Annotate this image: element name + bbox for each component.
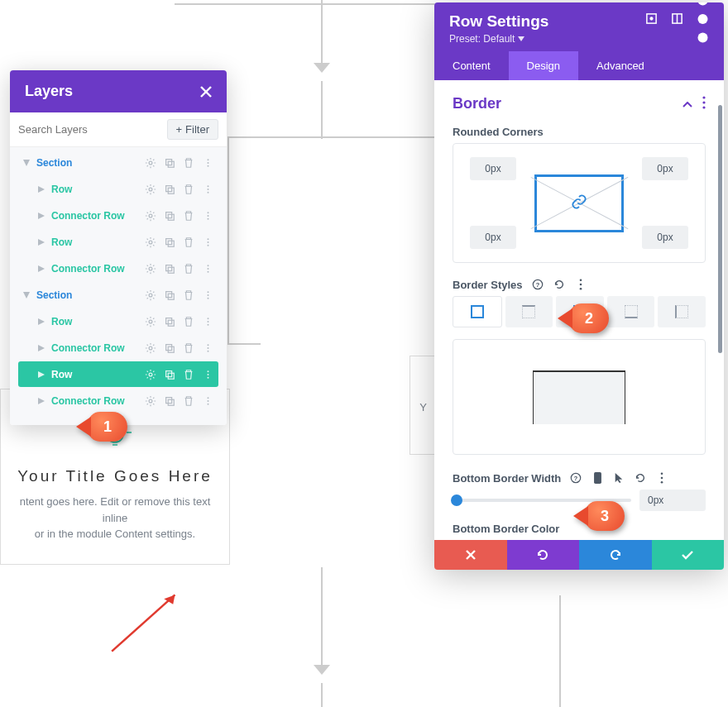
trash-icon[interactable]	[183, 157, 194, 169]
section-title-border[interactable]: Border	[453, 95, 501, 112]
layer-row[interactable]: Connector Row	[18, 256, 218, 281]
corner-top-left[interactable]: 0px	[470, 157, 516, 180]
more-icon[interactable]	[202, 236, 213, 248]
svg-point-57	[207, 321, 208, 322]
duplicate-icon[interactable]	[164, 210, 175, 222]
settings-gear-icon[interactable]	[145, 289, 156, 301]
caret-icon[interactable]	[38, 371, 46, 378]
help-icon[interactable]: ?	[569, 471, 582, 485]
caret-icon[interactable]	[38, 345, 46, 351]
duplicate-icon[interactable]	[164, 263, 175, 275]
duplicate-icon[interactable]	[164, 289, 175, 301]
duplicate-icon[interactable]	[164, 184, 175, 195]
chevron-up-icon[interactable]	[682, 97, 692, 112]
expand-icon[interactable]	[645, 12, 658, 25]
trash-icon[interactable]	[183, 316, 194, 327]
caret-icon[interactable]	[23, 160, 31, 166]
undo-button[interactable]	[507, 540, 580, 570]
hover-icon[interactable]	[612, 471, 625, 485]
more-icon[interactable]	[202, 395, 213, 407]
help-icon[interactable]: ?	[531, 278, 544, 291]
layer-row[interactable]: Row	[18, 229, 218, 255]
tab-advanced[interactable]: Advanced	[578, 51, 663, 80]
trash-icon[interactable]	[183, 289, 194, 301]
layer-row[interactable]: Connector Row	[18, 203, 218, 228]
discard-button[interactable]	[434, 540, 507, 570]
caret-icon[interactable]	[38, 265, 46, 272]
layer-section-row[interactable]: Section	[18, 150, 218, 175]
link-icon[interactable]	[571, 193, 587, 213]
trash-icon[interactable]	[183, 184, 194, 195]
close-icon[interactable]	[200, 86, 212, 98]
svg-point-35	[207, 238, 208, 240]
corner-bottom-left[interactable]: 0px	[470, 226, 516, 249]
more-icon[interactable]	[702, 96, 706, 112]
settings-gear-icon[interactable]	[145, 157, 156, 169]
trash-icon[interactable]	[183, 342, 194, 354]
search-input[interactable]	[18, 123, 160, 136]
trash-icon[interactable]	[183, 369, 194, 380]
more-icon[interactable]	[697, 12, 709, 25]
corner-bottom-right[interactable]: 0px	[642, 226, 688, 249]
layer-row[interactable]: Connector Row	[18, 388, 218, 413]
duplicate-icon[interactable]	[164, 369, 175, 380]
duplicate-icon[interactable]	[164, 316, 175, 327]
more-icon[interactable]	[202, 316, 213, 327]
more-icon[interactable]	[655, 471, 668, 485]
caret-icon[interactable]	[38, 318, 46, 325]
settings-gear-icon[interactable]	[145, 184, 156, 195]
trash-icon[interactable]	[183, 210, 194, 222]
scrollbar[interactable]	[718, 105, 722, 353]
caret-icon[interactable]	[38, 213, 46, 219]
layer-row[interactable]: Row	[18, 308, 218, 334]
settings-gear-icon[interactable]	[145, 210, 156, 222]
duplicate-icon[interactable]	[164, 236, 175, 248]
layer-row[interactable]: Row	[18, 176, 218, 202]
caret-icon[interactable]	[38, 239, 46, 246]
caret-icon[interactable]	[38, 398, 46, 404]
duplicate-icon[interactable]	[164, 395, 175, 407]
more-icon[interactable]	[202, 184, 213, 195]
filter-button[interactable]: + Filter	[167, 119, 218, 140]
settings-gear-icon[interactable]	[145, 236, 156, 248]
settings-gear-icon[interactable]	[145, 316, 156, 327]
more-icon[interactable]	[202, 210, 213, 222]
corner-top-right[interactable]: 0px	[642, 157, 688, 180]
caret-icon[interactable]	[23, 292, 31, 299]
more-icon[interactable]	[202, 342, 213, 354]
redo-button[interactable]	[579, 540, 652, 570]
more-icon[interactable]	[202, 263, 213, 275]
slider-thumb[interactable]	[451, 494, 462, 506]
caret-icon[interactable]	[38, 186, 46, 193]
preset-selector[interactable]: Preset: Default	[449, 33, 548, 45]
more-icon[interactable]	[202, 289, 213, 301]
save-button[interactable]	[652, 540, 725, 570]
more-icon[interactable]	[574, 278, 587, 291]
trash-icon[interactable]	[183, 263, 194, 275]
trash-icon[interactable]	[183, 236, 194, 248]
trash-icon[interactable]	[183, 395, 194, 407]
settings-gear-icon[interactable]	[145, 263, 156, 275]
border-style-top[interactable]	[505, 296, 553, 327]
layer-section-row[interactable]: Section	[18, 282, 218, 308]
tab-design[interactable]: Design	[509, 51, 578, 80]
settings-gear-icon[interactable]	[145, 342, 156, 354]
tab-content[interactable]: Content	[434, 51, 509, 80]
duplicate-icon[interactable]	[164, 342, 175, 354]
svg-point-42	[207, 265, 208, 266]
border-style-all[interactable]	[453, 296, 502, 327]
bottom-border-width-value[interactable]: 0px	[639, 490, 706, 511]
more-icon[interactable]	[202, 157, 213, 169]
undo-icon[interactable]	[553, 278, 566, 291]
snap-icon[interactable]	[671, 12, 683, 25]
phone-icon[interactable]	[591, 471, 604, 485]
settings-gear-icon[interactable]	[145, 369, 156, 380]
settings-gear-icon[interactable]	[145, 395, 156, 407]
layer-row[interactable]: Connector Row	[18, 335, 218, 361]
border-style-bottom[interactable]	[607, 296, 655, 327]
layer-row[interactable]: Row	[18, 361, 218, 387]
border-style-left[interactable]	[658, 296, 706, 327]
duplicate-icon[interactable]	[164, 157, 175, 169]
more-icon[interactable]	[202, 369, 213, 380]
undo-icon[interactable]	[634, 471, 647, 485]
